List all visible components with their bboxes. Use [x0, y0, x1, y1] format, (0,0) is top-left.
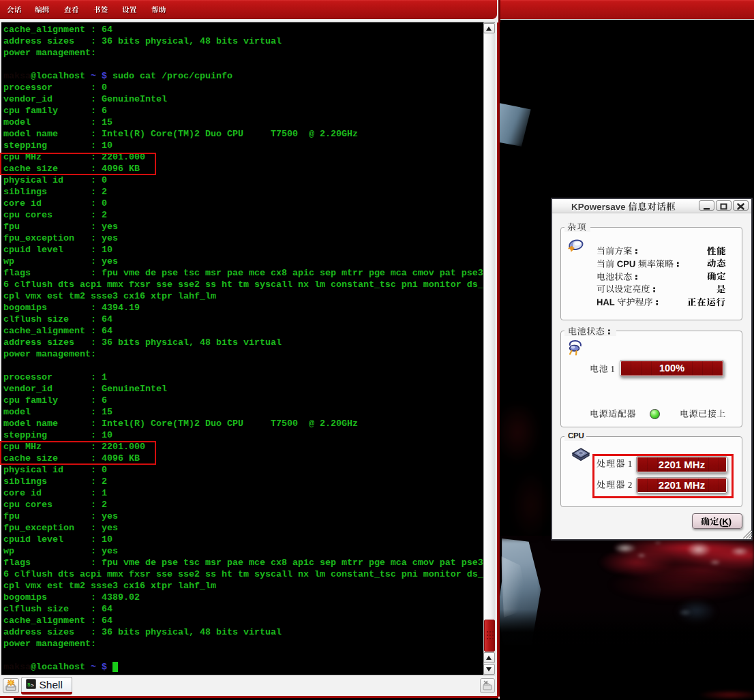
svg-text:>: > — [31, 682, 34, 688]
